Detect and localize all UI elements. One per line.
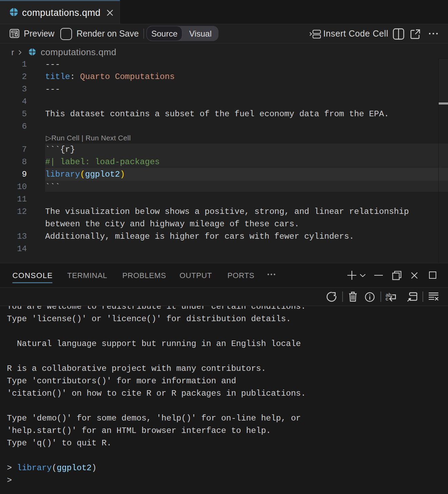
svg-text:c: c	[386, 296, 388, 302]
